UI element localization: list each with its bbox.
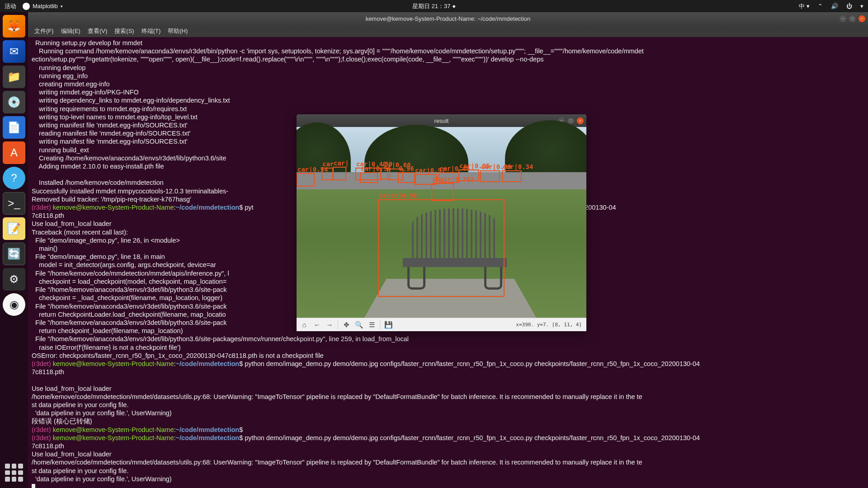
matplotlib-toolbar: ⌂ ← → ✥ 🔍 ☰ 💾 x=390. y=7. [8, 11, 4]: [297, 318, 586, 331]
firefox-launcher[interactable]: 🦊: [3, 15, 25, 38]
terminal-cursor: [32, 484, 35, 488]
writer-launcher[interactable]: 📄: [3, 116, 25, 139]
save-icon[interactable]: 💾: [382, 319, 394, 330]
terminal-titlebar[interactable]: kemove@kemove-System-Product-Name: ~/cod…: [28, 12, 868, 25]
minimize-button[interactable]: –: [840, 15, 846, 22]
ime-indicator[interactable]: 中 ▾: [799, 2, 810, 10]
help-launcher[interactable]: ?: [3, 167, 25, 189]
menu-search[interactable]: 搜索(S): [112, 26, 137, 36]
figure-canvas[interactable]: car|0.54carcar|car|0.40car|0.95.59r|0.60…: [297, 127, 586, 318]
menu-view[interactable]: 查看(V): [85, 26, 110, 36]
back-icon[interactable]: ←: [311, 319, 323, 330]
forward-icon[interactable]: →: [324, 319, 335, 330]
software-launcher[interactable]: A: [3, 141, 25, 164]
cursor-coordinates: x=390. y=7. [8, 11, 4]: [516, 322, 585, 328]
window-title: kemove@kemove-System-Product-Name: ~/cod…: [366, 15, 531, 22]
menu-file[interactable]: 文件(F): [32, 26, 57, 36]
system-topbar: 活动 Matplotlib ▾ 星期日 21：37 ● 中 ▾ ⌃ 🔊 ⏻ ▾: [0, 0, 868, 12]
close-button[interactable]: ×: [577, 117, 584, 124]
settings-launcher[interactable]: ⚙: [3, 268, 25, 291]
app-menu[interactable]: Matplotlib ▾: [23, 3, 63, 10]
matplotlib-window: result – □ × car|0.54carcar|car|0.40car|…: [297, 114, 586, 331]
menu-help[interactable]: 帮助(H): [165, 26, 190, 36]
home-icon[interactable]: ⌂: [298, 319, 310, 330]
matplotlib-launcher[interactable]: ◉: [3, 293, 25, 316]
image-bench: [398, 208, 511, 294]
chevron-down-icon[interactable]: ▾: [860, 3, 863, 9]
maximize-button[interactable]: □: [849, 15, 856, 22]
thunderbird-launcher[interactable]: ✉: [3, 40, 25, 63]
pan-icon[interactable]: ✥: [340, 319, 352, 330]
separator: [380, 320, 380, 329]
launcher-dock: 🦊 ✉ 📁 💿 📄 A ? >_ 📝 🔄 ⚙ ◉: [0, 12, 28, 488]
activities-button[interactable]: 活动: [5, 2, 16, 10]
app-name: Matplotlib: [33, 3, 58, 9]
zoom-icon[interactable]: 🔍: [353, 319, 365, 330]
terminal-menubar: 文件(F) 编辑(E) 查看(V) 搜索(S) 终端(T) 帮助(H): [28, 25, 868, 37]
terminal-launcher[interactable]: >_: [3, 192, 25, 215]
power-icon[interactable]: ⏻: [846, 3, 852, 9]
menu-terminal[interactable]: 终端(T): [139, 26, 164, 36]
texteditor-launcher[interactable]: 📝: [3, 217, 25, 240]
chevron-down-icon: ▾: [61, 4, 63, 9]
separator: [338, 320, 338, 329]
window-title: result: [434, 117, 449, 124]
volume-icon[interactable]: 🔊: [831, 3, 838, 9]
matplotlib-icon: [23, 3, 30, 10]
wifi-icon[interactable]: ⌃: [818, 3, 823, 9]
updater-launcher[interactable]: 🔄: [3, 243, 25, 265]
menu-edit[interactable]: 编辑(E): [58, 26, 83, 36]
configure-icon[interactable]: ☰: [366, 319, 377, 330]
show-applications[interactable]: [5, 464, 23, 482]
clock[interactable]: 星期日 21：37 ●: [412, 2, 456, 10]
image-street: [297, 172, 586, 189]
disks-launcher[interactable]: 💿: [3, 91, 25, 113]
close-button[interactable]: ×: [859, 15, 865, 22]
files-launcher[interactable]: 📁: [3, 66, 25, 88]
